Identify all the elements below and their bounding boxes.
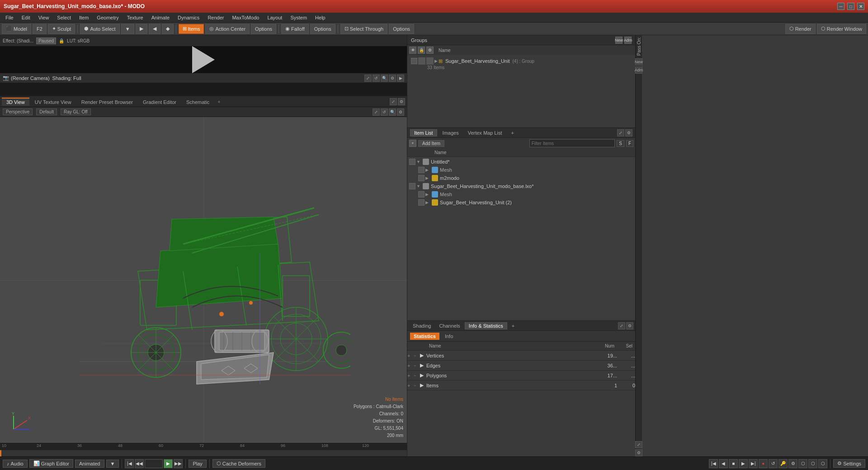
transport-prev-key[interactable]: ◀◀	[135, 459, 144, 468]
tc2-key[interactable]: 🔑	[778, 459, 788, 468]
menu-system[interactable]: System	[287, 14, 311, 21]
stats-expand-edges[interactable]: ▶	[420, 362, 426, 368]
tc2-more1[interactable]: ⬡	[798, 459, 807, 468]
mode-btn-2[interactable]: ▶	[136, 24, 147, 34]
item-eye[interactable]	[418, 191, 425, 197]
groups-adm-btn[interactable]: Adm	[624, 37, 632, 44]
stats-polygons-row[interactable]: + − ▶ Polygons 17... ...	[407, 371, 635, 381]
mode-btn-1[interactable]: ▼	[121, 24, 134, 34]
menu-edit[interactable]: Edit	[18, 14, 34, 21]
list-item[interactable]: ▼ Untitled*	[407, 158, 635, 166]
video-settings-btn[interactable]: ⚙	[389, 75, 396, 82]
list-item[interactable]: ▼ Sugar_Beet_Harvesting_Unit_modo_base.l…	[407, 182, 635, 190]
groups-lock-btn[interactable]: 🔒	[418, 47, 425, 54]
video-arrow-btn[interactable]: ▶	[397, 75, 404, 82]
video-zoom-btn[interactable]: 🔍	[381, 75, 388, 82]
group-lock[interactable]	[418, 57, 425, 65]
mode-btn-4[interactable]: ◆	[162, 24, 174, 34]
filter-items-input[interactable]	[529, 139, 615, 147]
minimize-button[interactable]: ─	[837, 3, 844, 10]
window-controls[interactable]: ─ □ ✕	[837, 3, 864, 10]
add-tab-btn[interactable]: +	[215, 99, 223, 104]
tc2-loop[interactable]: ↺	[769, 459, 778, 468]
perspective-btn[interactable]: Perspective	[3, 108, 33, 115]
audio-btn[interactable]: ♪ Audio	[3, 460, 28, 468]
stats-plus-items[interactable]: +	[407, 383, 414, 388]
vp-h-settings[interactable]: ⚙	[397, 108, 404, 116]
tc2-record[interactable]: ●	[759, 459, 768, 468]
tab-3d-view[interactable]: 3D View	[2, 98, 29, 106]
tab-schematic[interactable]: Schematic	[182, 98, 214, 106]
tab-shading[interactable]: Shading	[409, 323, 434, 329]
menu-maxtomodo[interactable]: MaxToModo	[228, 14, 263, 21]
stats-corner-btns[interactable]: ⤢ ⚙	[618, 322, 633, 329]
expand-arrow[interactable]: ▶	[425, 192, 431, 197]
item-eye[interactable]	[418, 167, 425, 173]
graph-editor-btn[interactable]: 📊 Graph Editor	[29, 459, 73, 468]
auto-select-button[interactable]: ⬢ Auto Select	[80, 24, 119, 34]
menu-view[interactable]: View	[35, 14, 53, 21]
group-settings[interactable]	[426, 57, 434, 65]
tab-images[interactable]: Images	[439, 130, 462, 136]
tc2-more2[interactable]: ⬡	[808, 459, 817, 468]
play-btn[interactable]: Play	[189, 460, 206, 468]
stats-plus-polygons[interactable]: +	[407, 373, 414, 378]
stats-settings-btn[interactable]: ⚙	[626, 322, 633, 329]
vp-header-btns[interactable]: ⤢ ↺ 🔍 ⚙	[373, 108, 404, 116]
expand-arrow[interactable]: ▶	[425, 168, 431, 172]
model-button[interactable]: ⬛ Model	[2, 24, 31, 34]
groups-new-btn[interactable]: New	[615, 37, 623, 44]
group-item[interactable]: ▶ ⊞ Sugar_Beet_Harvesting_Unit (4) : Gro…	[409, 57, 633, 65]
groups-eye-btn[interactable]: 👁	[409, 47, 416, 54]
action-options-button[interactable]: Options	[251, 24, 276, 34]
action-center-button[interactable]: ◎ Action Center	[205, 24, 250, 34]
item-eye[interactable]	[418, 175, 425, 181]
menu-item[interactable]: Item	[75, 14, 92, 21]
video-play-area[interactable]	[0, 46, 407, 73]
stats-plus-vertices[interactable]: +	[407, 353, 414, 358]
menu-render[interactable]: Render	[204, 14, 227, 21]
tc2-btn3[interactable]: ■	[729, 459, 738, 468]
menu-help[interactable]: Help	[311, 14, 329, 21]
stats-expand-btn[interactable]: ⤢	[618, 322, 625, 329]
select-through-button[interactable]: ⊡ Select Through	[340, 24, 387, 34]
list-item[interactable]: ▶ m2modo	[407, 174, 635, 182]
filter-f-btn[interactable]: F	[626, 140, 633, 147]
tc2-more3[interactable]: ⬡	[818, 459, 827, 468]
filter-s-btn[interactable]: S	[617, 140, 624, 147]
vp-h-expand[interactable]: ⤢	[373, 108, 380, 116]
tc2-options[interactable]: ⚙	[788, 459, 797, 468]
expand-arrow[interactable]: ▼	[416, 160, 422, 164]
stats-minus-items[interactable]: −	[414, 383, 420, 388]
transport-next-key[interactable]: ▶▶	[174, 459, 183, 468]
menu-dynamics[interactable]: Dynamics	[174, 14, 203, 21]
stats-items-row[interactable]: + − ▶ Items 1 0	[407, 381, 635, 390]
video-expand-btn[interactable]: ⤢	[364, 75, 372, 82]
item-eye[interactable]	[409, 183, 415, 189]
pass-new-btn[interactable]: New	[635, 58, 642, 66]
stats-expand-vertices[interactable]: ▶	[420, 352, 426, 358]
stats-vertices-row[interactable]: + − ▶ Vertices 19... ...	[407, 351, 635, 361]
vp-expand-btn[interactable]: ⤢	[390, 98, 397, 105]
f2-button[interactable]: F2	[33, 24, 47, 34]
stats-edges-row[interactable]: + − ▶ Edges 36... ...	[407, 361, 635, 371]
maximize-button[interactable]: □	[847, 3, 854, 10]
menu-texture[interactable]: Texture	[123, 14, 147, 21]
groups-settings-btn[interactable]: ⚙	[426, 47, 434, 54]
pass-adm-btn[interactable]: Adm	[635, 66, 642, 74]
pass-settings-btn[interactable]: ⚙	[635, 449, 642, 456]
viewport-corner-btns[interactable]: ⤢ ⚙	[390, 98, 405, 105]
menu-animate[interactable]: Animate	[148, 14, 173, 21]
list-item[interactable]: ▶ Mesh	[407, 190, 635, 198]
tab-gradient-editor[interactable]: Gradient Editor	[138, 98, 181, 106]
tc2-btn5[interactable]: ▶|	[749, 459, 758, 468]
settings-btn[interactable]: ⚙ Settings	[833, 459, 865, 468]
stats-expand-polygons[interactable]: ▶	[420, 372, 426, 378]
vp-h-zoom[interactable]: 🔍	[389, 108, 396, 116]
cache-deformers-btn[interactable]: ⬡ Cache Deformers	[212, 459, 265, 468]
menu-select[interactable]: Select	[53, 14, 75, 21]
tc2-btn1[interactable]: |◀	[709, 459, 718, 468]
item-list-settings[interactable]: ⚙	[625, 129, 632, 136]
item-add-btn[interactable]: +	[409, 140, 416, 147]
render-window-button[interactable]: ⬡ Render Window	[817, 24, 866, 34]
